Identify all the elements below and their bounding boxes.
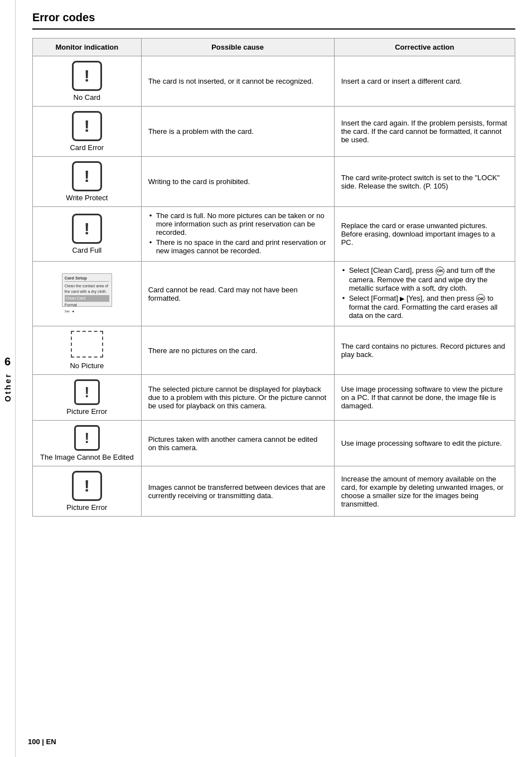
cause-cell-write-protect: Writing to the card is prohibited. (141, 157, 334, 207)
cause-text: There are no pictures on the card. (148, 346, 258, 355)
action-list: Select [Clean Card], press OK and turn o… (341, 266, 508, 320)
cause-cell-no-picture: There are no pictures on the card. (141, 326, 334, 375)
main-content: Error codes Monitor indication Possible … (16, 0, 532, 757)
table-row: Card Full The card is full. No more pict… (33, 207, 515, 262)
action-text: Insert the card again. If the problem pe… (341, 119, 507, 144)
exclaim-icon (72, 161, 102, 191)
monitor-label: No Picture (40, 361, 134, 370)
monitor-cell-card-error: Card Error (33, 107, 142, 157)
page-container: 6 Other Error codes Monitor indication P… (0, 0, 532, 757)
side-label-container: 6 Other (3, 0, 12, 757)
col-header-action: Corrective action (334, 38, 515, 56)
action-cell-write-protect: The card write-protect switch is set to … (334, 157, 515, 207)
monitor-cell-no-picture: No Picture (33, 326, 142, 375)
action-cell-card-setup: Select [Clean Card], press OK and turn o… (334, 262, 515, 326)
error-codes-table: Monitor indication Possible cause Correc… (32, 38, 515, 517)
page-footer: 100 | EN (28, 737, 56, 746)
exclaim-icon (72, 61, 102, 91)
monitor-cell-card-full: Card Full (33, 207, 142, 262)
cause-list: The card is full. No more pictures can b… (148, 211, 327, 255)
col-header-monitor: Monitor indication (33, 38, 142, 56)
cause-text: Images cannot be transferred between dev… (148, 483, 326, 500)
action-cell-card-error: Insert the card again. If the problem pe… (334, 107, 515, 157)
list-item: There is no space in the card and print … (148, 238, 327, 255)
action-text: Replace the card or erase unwanted pictu… (341, 221, 495, 247)
action-text: Use image processing software to view th… (341, 385, 503, 410)
monitor-cell-picture-error-2: Picture Error (33, 466, 142, 517)
cause-cell-card-full: The card is full. No more pictures can b… (141, 207, 334, 262)
cause-text: Writing to the card is prohibited. (148, 177, 250, 186)
monitor-cell-write-protect: Write Protect (33, 157, 142, 207)
cause-text: There is a problem with the card. (148, 127, 254, 136)
action-text: Increase the amount of memory available … (341, 475, 504, 508)
cause-text: The card is not inserted, or it cannot b… (148, 77, 313, 85)
monitor-label: Picture Error (40, 503, 134, 512)
exclaim-icon (72, 214, 102, 244)
action-cell-card-full: Replace the card or erase unwanted pictu… (334, 207, 515, 262)
list-item: The card is full. No more pictures can b… (148, 211, 327, 237)
arrow-icon: ▶ (400, 295, 404, 302)
monitor-label: Card Full (40, 246, 134, 254)
table-row: No Card The card is not inserted, or it … (33, 56, 515, 107)
side-tab: 6 Other (0, 0, 16, 757)
menu-title: Card Setup (65, 276, 109, 282)
menu-item-selected: Clean Card (65, 295, 109, 302)
card-setup-icon: Card Setup Clean the contact area of the… (62, 273, 112, 307)
table-row: No Picture There are no pictures on the … (33, 326, 515, 375)
table-row: Card Setup Clean the contact area of the… (33, 262, 515, 326)
exclaim-small-icon (74, 425, 100, 451)
table-row: Write Protect Writing to the card is pro… (33, 157, 515, 207)
monitor-cell-picture-error: Picture Error (33, 375, 142, 421)
cause-text: Pictures taken with another camera canno… (148, 435, 318, 452)
menu-item: Clean the contact area of the card with … (65, 283, 109, 295)
col-header-cause: Possible cause (141, 38, 334, 56)
monitor-label: Picture Error (40, 407, 134, 416)
action-cell-picture-error: Use image processing software to view th… (334, 375, 515, 421)
exclaim-icon (72, 111, 102, 141)
menu-footer: Sel. ◄ (65, 309, 109, 314)
no-picture-icon (71, 331, 103, 358)
action-text: Insert a card or insert a different card… (341, 77, 462, 85)
ok-icon: OK (476, 294, 485, 303)
monitor-label: No Card (40, 93, 134, 102)
cause-cell-card-error: There is a problem with the card. (141, 107, 334, 157)
monitor-cell-no-card: No Card (33, 56, 142, 107)
monitor-label: Card Error (40, 143, 134, 152)
cause-cell-card-setup: Card cannot be read. Card may not have b… (141, 262, 334, 326)
action-text: Use image processing software to edit th… (341, 439, 502, 447)
exclaim-small-icon (74, 379, 100, 405)
monitor-cell-image-cannot-edit: The Image Cannot Be Edited (33, 421, 142, 466)
action-cell-no-card: Insert a card or insert a different card… (334, 56, 515, 107)
table-row: The Image Cannot Be Edited Pictures take… (33, 421, 515, 466)
monitor-label: Write Protect (40, 194, 134, 202)
page-title: Error codes (32, 11, 515, 30)
list-item: Select [Clean Card], press OK and turn o… (341, 266, 508, 292)
action-cell-image-cannot-edit: Use image processing software to edit th… (334, 421, 515, 466)
table-row: Picture Error Images cannot be transferr… (33, 466, 515, 517)
cause-cell-image-cannot-edit: Pictures taken with another camera canno… (141, 421, 334, 466)
action-cell-picture-error-2: Increase the amount of memory available … (334, 466, 515, 517)
list-item: Select [Format] ▶ [Yes], and then press … (341, 294, 508, 320)
monitor-label: The Image Cannot Be Edited (40, 453, 134, 461)
monitor-cell-card-setup: Card Setup Clean the contact area of the… (33, 262, 142, 326)
chapter-number: 6 (4, 355, 11, 368)
menu-item: Format (65, 302, 109, 308)
cause-text: The selected picture cannot be displayed… (148, 385, 326, 410)
chapter-label: Other (3, 373, 12, 402)
cause-text: Card cannot be read. Card may not have b… (148, 286, 298, 302)
action-text: The card write-protect switch is set to … (341, 173, 500, 190)
exclaim-icon (72, 471, 102, 501)
action-text: The card contains no pictures. Record pi… (341, 342, 505, 359)
cause-cell-picture-error: The selected picture cannot be displayed… (141, 375, 334, 421)
table-row: Picture Error The selected picture canno… (33, 375, 515, 421)
action-cell-no-picture: The card contains no pictures. Record pi… (334, 326, 515, 375)
table-row: Card Error There is a problem with the c… (33, 107, 515, 157)
cause-cell-picture-error-2: Images cannot be transferred between dev… (141, 466, 334, 517)
cause-cell-no-card: The card is not inserted, or it cannot b… (141, 56, 334, 107)
ok-icon: OK (436, 267, 444, 276)
